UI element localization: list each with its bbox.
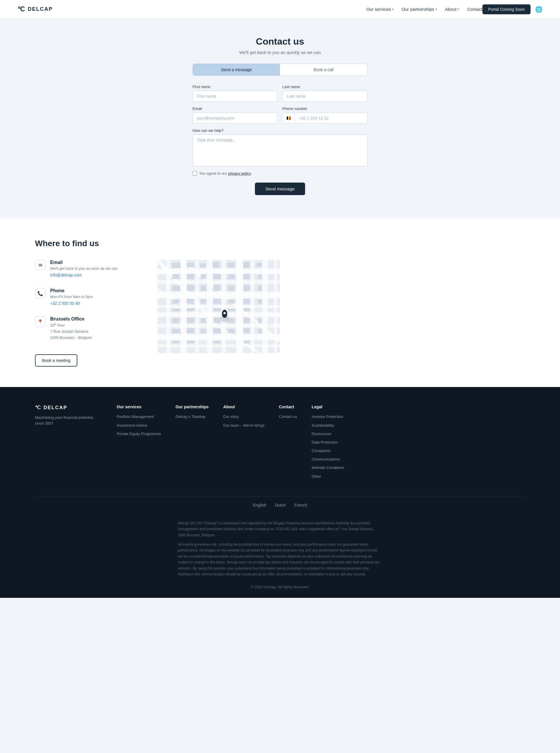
footer-link-item: Other (312, 474, 344, 479)
find-us-title: Where to find us (35, 239, 525, 248)
nav-item-partnerships[interactable]: Our partnerships ▾ (402, 7, 437, 12)
footer: ℃ DELCAP Maximising your financial poten… (0, 387, 560, 598)
book-meeting-button[interactable]: Book a meeting (35, 354, 77, 367)
svg-rect-37 (201, 286, 206, 291)
svg-rect-51 (214, 308, 220, 311)
nav-item-contact[interactable]: Contact (467, 7, 482, 12)
email-label: Email (193, 106, 278, 111)
find-us-info: ✉ Email We'll get back to you as soon as… (35, 260, 140, 367)
svg-rect-53 (244, 308, 250, 311)
svg-rect-43 (187, 299, 194, 304)
footer-link[interactable]: Portfolio Management (117, 414, 154, 419)
svg-rect-66 (244, 328, 250, 333)
privacy-link[interactable]: privacy policy (228, 171, 251, 176)
footer-link[interactable]: Disclosures (312, 432, 331, 436)
find-us-section: Where to find us ✉ Email We'll get back … (0, 219, 560, 387)
footer-link-item: Delcap x Titanbay (176, 414, 209, 420)
footer-link[interactable]: Other (312, 474, 321, 479)
phone-link[interactable]: +32 2 505 00 40 (50, 301, 80, 306)
email-group: Email (193, 106, 278, 124)
footer-link-item: Our team – We're hiring! (223, 423, 264, 428)
svg-rect-48 (258, 300, 262, 304)
svg-rect-46 (228, 300, 235, 304)
phone-input-wrapper: 🇧🇪 (282, 113, 367, 124)
svg-rect-12 (207, 260, 212, 353)
svg-rect-68 (172, 341, 179, 343)
privacy-row: You agree to our privacy policy. (193, 171, 367, 176)
email-input[interactable] (193, 113, 278, 124)
message-textarea[interactable] (193, 135, 367, 166)
logo[interactable]: ℃ DELCAP (18, 5, 53, 13)
message-group: How can we help? (193, 128, 367, 166)
nav-link-about[interactable]: About ▾ (445, 7, 459, 12)
svg-point-74 (223, 312, 226, 314)
nav-item-about[interactable]: About ▾ (445, 7, 459, 12)
footer-link[interactable]: Communications (312, 457, 340, 461)
svg-rect-62 (187, 328, 194, 333)
footer-link[interactable]: Our story (223, 414, 239, 419)
nav-link-contact[interactable]: Contact (467, 7, 482, 12)
office-info-item: 📍 Brussels Office 25th floor 7 Rue Josep… (35, 317, 140, 342)
svg-rect-56 (201, 318, 206, 323)
footer-link[interactable]: Delcap x Titanbay (176, 414, 206, 419)
tab-send-message[interactable]: Send a message (193, 64, 280, 76)
chevron-down-icon: ▾ (436, 7, 437, 11)
footer-link-item: Sustainability (312, 423, 344, 428)
footer-link[interactable]: Data Protection (312, 440, 338, 445)
privacy-checkbox[interactable] (193, 171, 197, 176)
svg-rect-49 (172, 309, 180, 311)
footer-link-item: Data Protection (312, 440, 344, 445)
footer-top: ℃ DELCAP Maximising your financial poten… (35, 405, 525, 482)
footer-link[interactable]: Complaints (312, 449, 331, 453)
footer-link[interactable]: Sustainability (312, 423, 334, 428)
lang-link-english[interactable]: English (253, 503, 266, 507)
first-name-group: First name (193, 85, 278, 102)
svg-rect-58 (228, 318, 235, 323)
map-container[interactable] (158, 260, 280, 353)
globe-icon[interactable]: 🌐 (535, 6, 542, 13)
svg-rect-21 (172, 263, 180, 268)
email-subtext: We'll get back to you as soon as we can (50, 266, 118, 271)
email-link[interactable]: info@delcap.com (50, 273, 82, 277)
footer-link-item: Investment Advice (117, 423, 161, 428)
send-message-button[interactable]: Send message (255, 183, 305, 195)
nav-item-services[interactable]: Our services ▾ (366, 7, 394, 12)
office-street: 7 Rue Joseph Stevens (50, 329, 92, 333)
footer-link[interactable]: Website Conditions (312, 465, 344, 470)
footer-copyright: © 2024 Delcap. All rights reserved. (35, 582, 525, 589)
footer-link[interactable]: Our team – We're hiring! (223, 423, 264, 428)
svg-rect-38 (214, 285, 220, 291)
footer-link[interactable]: Contact us (279, 414, 297, 419)
svg-rect-35 (172, 286, 180, 291)
svg-rect-5 (158, 312, 280, 317)
navbar: ℃ DELCAP Our services ▾ Our partnerships… (0, 0, 560, 19)
nav-link-services[interactable]: Our services ▾ (366, 7, 394, 12)
svg-rect-41 (258, 286, 262, 291)
phone-group: Phone number 🇧🇪 (282, 106, 367, 124)
nav-link-partnerships[interactable]: Our partnerships ▾ (402, 7, 437, 12)
svg-rect-60 (258, 318, 262, 323)
footer-link-item: Contact us (279, 414, 297, 420)
portal-button[interactable]: Portal Coming Soon (482, 4, 531, 14)
svg-rect-25 (227, 263, 235, 267)
phone-flag: 🇧🇪 (283, 113, 295, 123)
svg-rect-23 (200, 263, 206, 267)
first-name-input[interactable] (193, 91, 278, 102)
footer-col-legal: LegalInvestor ProtectionSustainabilityDi… (312, 405, 344, 482)
footer-logo-icon: ℃ (35, 405, 41, 411)
footer-link-item: Website Conditions (312, 465, 344, 470)
svg-rect-61 (172, 329, 180, 333)
contact-row: Email Phone number 🇧🇪 (193, 106, 367, 124)
lang-link-dutch[interactable]: Dutch (275, 503, 286, 507)
tab-book-call[interactable]: Book a call (280, 64, 367, 76)
footer-link[interactable]: Investor Protection (312, 414, 343, 419)
lang-link-french[interactable]: French (294, 503, 307, 507)
phone-label: Phone number (282, 106, 367, 111)
svg-rect-54 (172, 318, 179, 323)
footer-link-item: Private Equity Programme (117, 431, 161, 436)
last-name-input[interactable] (282, 91, 367, 102)
footer-link[interactable]: Investment Advice (117, 423, 147, 428)
footer-logo-text: DELCAP (43, 405, 67, 411)
phone-input[interactable] (295, 113, 367, 123)
footer-link[interactable]: Private Equity Programme (117, 432, 161, 436)
